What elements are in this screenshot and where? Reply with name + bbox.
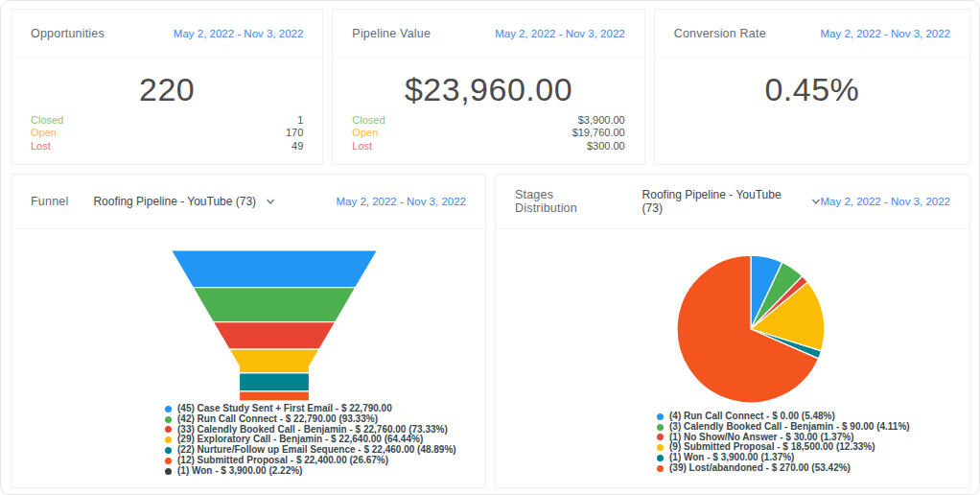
open-label: Open [31, 127, 57, 140]
legend-dot [657, 444, 664, 451]
stat-cards-row: Opportunities May 2, 2022 - Nov 3, 2022 … [1, 1, 979, 165]
legend-dot [165, 406, 172, 412]
stat-row-closed: Closed 1 [31, 114, 303, 128]
stat-row-closed: Closed $3,900.00 [352, 114, 624, 128]
legend-label: (39) Lost/abandoned - $ 270.00 (53.42%) [669, 463, 851, 474]
date-range-picker[interactable]: May 2, 2022 - Nov 3, 2022 [495, 28, 625, 39]
legend-dot [165, 468, 172, 475]
legend-item: (39) Lost/abandoned - $ 270.00 (53.42%) [657, 463, 910, 474]
legend-item: (42) Run Call Connect - $ 22,790.00 (93.… [165, 414, 456, 425]
legend-dot [165, 458, 172, 464]
pie-chart-area: (4) Run Call Connect - $ 0.00 (5.48%)(3)… [496, 229, 969, 487]
funnel-legend: (45) Case Study Sent + First Email - $ 2… [165, 404, 456, 477]
pipeline-value-card: Pipeline Value May 2, 2022 - Nov 3, 2022… [332, 9, 644, 165]
legend-dot [657, 465, 664, 472]
date-range-picker[interactable]: May 2, 2022 - Nov 3, 2022 [820, 196, 950, 207]
funnel-segment[interactable] [193, 288, 356, 322]
legend-dot [657, 413, 664, 420]
legend-label: (42) Run Call Connect - $ 22,790.00 (93.… [177, 414, 378, 425]
pipeline-value-breakdown: Closed $3,900.00 Open $19,760.00 Lost $3… [333, 114, 643, 165]
opportunities-total: 220 [12, 71, 322, 108]
pipeline-selector-value: Roofing Pipeline - YouTube (73) [642, 188, 802, 215]
card-title: Stages Distribution [515, 188, 618, 215]
conversion-rate-card: Conversion Rate May 2, 2022 - Nov 3, 202… [654, 9, 970, 165]
closed-value: 1 [297, 114, 303, 128]
date-range-picker[interactable]: May 2, 2022 - Nov 3, 2022 [820, 28, 950, 39]
legend-label: (3) Calendly Booked Call - Benjamin - $ … [669, 422, 910, 433]
chevron-down-icon [266, 197, 275, 206]
lost-label: Lost [31, 140, 51, 153]
lost-label: Lost [352, 140, 372, 153]
stages-card-header: Stages Distribution Roofing Pipeline - Y… [496, 175, 969, 229]
stat-row-open: Open $19,760.00 [352, 127, 624, 140]
pipeline-value-total: $23,960.00 [333, 71, 643, 108]
stat-row-open: Open 170 [31, 127, 303, 140]
legend-item: (1) Won - $ 3,900.00 (2.22%) [165, 466, 456, 477]
stat-row-lost: Lost $300.00 [352, 140, 624, 153]
legend-dot [657, 434, 664, 440]
conversion-rate-total: 0.45% [655, 71, 969, 108]
opportunities-card: Opportunities May 2, 2022 - Nov 3, 2022 … [11, 9, 323, 165]
legend-dot [657, 424, 664, 431]
funnel-chart-area: (45) Case Study Sent + First Email - $ 2… [12, 229, 485, 487]
closed-label: Closed [352, 114, 385, 128]
stat-row-lost: Lost 49 [31, 140, 303, 153]
legend-dot [165, 426, 172, 433]
chevron-down-icon [811, 197, 821, 206]
opportunities-card-header: Opportunities May 2, 2022 - Nov 3, 2022 [12, 10, 322, 58]
stages-distribution-card: Stages Distribution Roofing Pipeline - Y… [495, 174, 970, 488]
pie-legend: (4) Run Call Connect - $ 0.00 (5.48%)(3)… [657, 412, 910, 474]
card-title: Funnel [31, 195, 68, 208]
legend-dot [165, 416, 172, 423]
pipeline-value-card-header: Pipeline Value May 2, 2022 - Nov 3, 2022 [333, 10, 643, 58]
legend-label: (1) Won - $ 3,900.00 (2.22%) [177, 466, 302, 477]
open-value: $19,760.00 [572, 127, 625, 140]
pipeline-selector-value: Roofing Pipeline - YouTube (73) [93, 195, 256, 208]
closed-label: Closed [31, 114, 63, 128]
card-title: Pipeline Value [352, 27, 431, 40]
legend-dot [165, 436, 172, 443]
legend-dot [165, 447, 172, 454]
lost-value: $300.00 [587, 140, 625, 153]
open-value: 170 [286, 127, 303, 140]
funnel-card-header: Funnel Roofing Pipeline - YouTube (73) M… [12, 175, 485, 229]
funnel-segment[interactable] [172, 250, 378, 288]
conversion-rate-card-header: Conversion Rate May 2, 2022 - Nov 3, 202… [655, 10, 969, 58]
date-range-picker[interactable]: May 2, 2022 - Nov 3, 2022 [336, 196, 466, 207]
lost-value: 49 [292, 140, 303, 153]
funnel-segment[interactable] [240, 391, 310, 401]
card-title: Conversion Rate [674, 27, 766, 40]
funnel-card: Funnel Roofing Pipeline - YouTube (73) M… [11, 174, 486, 488]
funnel-segment[interactable] [240, 373, 310, 391]
stages-pie-chart [674, 252, 828, 406]
funnel-segment[interactable] [213, 322, 335, 349]
chart-cards-row: Funnel Roofing Pipeline - YouTube (73) M… [1, 165, 979, 495]
legend-dot [657, 455, 664, 461]
open-label: Open [352, 127, 378, 140]
card-title: Opportunities [31, 27, 105, 40]
legend-item: (3) Calendly Booked Call - Benjamin - $ … [657, 422, 910, 433]
pipeline-selector[interactable]: Roofing Pipeline - YouTube (73) [642, 188, 821, 215]
closed-value: $3,900.00 [578, 114, 625, 128]
opportunities-breakdown: Closed 1 Open 170 Lost 49 [12, 114, 322, 165]
funnel-segment[interactable] [229, 349, 319, 373]
dashboard-page: Opportunities May 2, 2022 - Nov 3, 2022 … [0, 0, 980, 495]
date-range-picker[interactable]: May 2, 2022 - Nov 3, 2022 [174, 28, 304, 39]
funnel-segment[interactable] [240, 401, 310, 402]
funnel-chart [54, 248, 495, 404]
pipeline-selector[interactable]: Roofing Pipeline - YouTube (73) [93, 195, 275, 208]
